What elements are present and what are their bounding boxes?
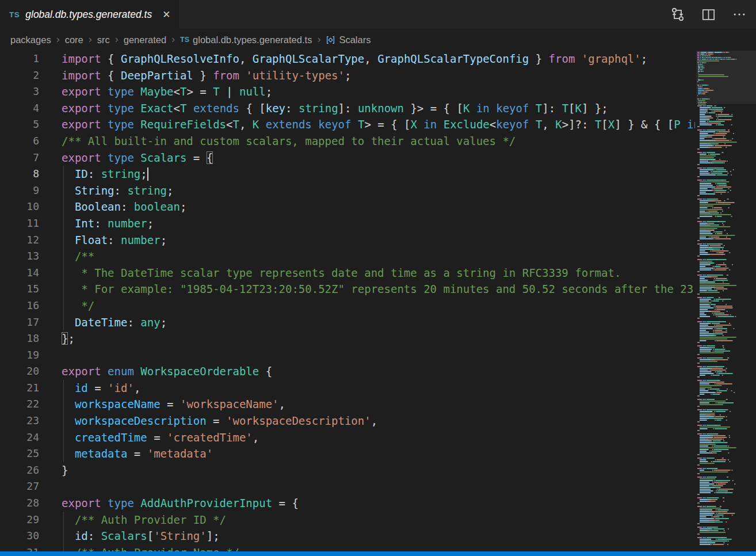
- line-number: 31: [0, 544, 39, 551]
- indent-guide: [63, 445, 64, 462]
- code-line[interactable]: DateTime: any;: [62, 314, 695, 331]
- breadcrumb-separator-icon: ›: [89, 34, 92, 44]
- code-line[interactable]: /** All built-in and custom scalars, map…: [62, 133, 695, 150]
- code-line[interactable]: import { DeepPartial } from 'utility-typ…: [62, 67, 695, 84]
- code-line[interactable]: id = 'id',: [62, 380, 695, 397]
- breadcrumb-item-global-db-types-generated-ts[interactable]: TSglobal.db.types.generated.ts: [180, 35, 312, 45]
- line-number: 11: [0, 215, 39, 232]
- line-number: 30: [0, 528, 39, 544]
- more-actions-button[interactable]: [732, 7, 747, 22]
- breadcrumb-item-generated[interactable]: generated: [124, 35, 166, 45]
- code-line[interactable]: String: string;: [62, 182, 695, 199]
- open-changes-icon: [670, 7, 685, 22]
- breadcrumb-separator-icon: ›: [317, 34, 320, 44]
- code-line[interactable]: */: [62, 298, 695, 314]
- breadcrumb-label: packages: [10, 35, 51, 45]
- line-number: 9: [0, 182, 39, 199]
- code-area[interactable]: import { GraphQLResolveInfo, GraphQLScal…: [62, 51, 695, 551]
- line-number: 2: [0, 67, 39, 84]
- line-number: 5: [0, 116, 39, 133]
- line-number: 12: [0, 232, 39, 249]
- indent-guide: [63, 380, 64, 397]
- code-line[interactable]: /** Auth Provider Name */: [62, 544, 695, 551]
- code-line[interactable]: workspaceName = 'workspaceName',: [62, 396, 695, 413]
- indent-guide: [63, 182, 64, 199]
- breadcrumb-item-packages[interactable]: packages: [10, 35, 51, 45]
- indent-guide: [63, 528, 64, 544]
- code-line[interactable]: /**: [62, 248, 695, 265]
- breadcrumb: packages›core›src›generated›TSglobal.db.…: [0, 29, 756, 51]
- code-line[interactable]: Float: number;: [62, 232, 695, 249]
- breadcrumb-separator-icon: ›: [115, 34, 119, 44]
- code-line[interactable]: createdTime = 'createdTime',: [62, 429, 695, 446]
- tab-global-db-types-generated-ts[interactable]: TS global.db.types.generated.ts ✕: [0, 0, 179, 29]
- line-number: 17: [0, 314, 39, 331]
- line-number: 29: [0, 512, 39, 528]
- line-number: 8: [0, 166, 39, 182]
- indent-guide: [63, 396, 64, 413]
- more-actions-icon: [732, 7, 747, 22]
- line-number: 23: [0, 413, 39, 429]
- typescript-file-icon: TS: [180, 36, 189, 44]
- code-line[interactable]: * For example: "1985-04-12T23:20:50.52Z"…: [62, 281, 695, 298]
- minimap-slider[interactable]: [696, 51, 756, 104]
- breadcrumb-label: core: [65, 35, 83, 45]
- code-line[interactable]: export type Maybe<T> = T | null;: [62, 83, 695, 100]
- code-line[interactable]: id: Scalars['String'];: [62, 528, 695, 544]
- gutter: 1234567891011121314151617181920212223242…: [0, 51, 39, 551]
- indent-guide: [63, 199, 64, 215]
- code-line[interactable]: export type RequireFields<T, K extends k…: [62, 116, 695, 133]
- code-line[interactable]: /** Auth Provider ID */: [62, 512, 695, 528]
- breadcrumb-item-src[interactable]: src: [97, 35, 110, 45]
- code-line[interactable]: workspaceDescription = 'workspaceDescrip…: [62, 413, 695, 429]
- open-changes-button[interactable]: [670, 7, 685, 22]
- line-number: 19: [0, 347, 39, 364]
- line-number: 3: [0, 83, 39, 100]
- vscode-editor-window: TS global.db.types.generated.ts ✕: [0, 0, 756, 556]
- code-line[interactable]: export enum WorkspaceOrderable {: [62, 363, 695, 380]
- text-cursor: [147, 167, 148, 181]
- breadcrumb-label: global.db.types.generated.ts: [193, 35, 312, 45]
- breadcrumb-item-scalars[interactable]: Scalars: [326, 35, 371, 45]
- indent-guide: [63, 314, 64, 331]
- status-bar: [0, 551, 756, 556]
- symbol-type-icon: [326, 35, 335, 45]
- indent-guide: [63, 215, 64, 232]
- code-line[interactable]: [62, 478, 695, 495]
- split-editor-button[interactable]: [701, 7, 716, 22]
- code-line[interactable]: * The DateTime scalar type represents da…: [62, 265, 695, 281]
- indent-guide: [63, 166, 64, 182]
- indent-guide: [63, 232, 64, 249]
- code-line[interactable]: export type AddAuthProviderInput = {: [62, 495, 695, 512]
- breadcrumb-item-core[interactable]: core: [65, 35, 83, 45]
- code-line[interactable]: ID: string;: [62, 166, 695, 182]
- code-line[interactable]: [62, 347, 695, 364]
- indent-guide: [63, 413, 64, 429]
- code-line[interactable]: Int: number;: [62, 215, 695, 232]
- code-line[interactable]: }: [62, 462, 695, 479]
- line-number: 6: [0, 133, 39, 150]
- code-line[interactable]: export type Scalars = {: [62, 150, 695, 166]
- line-number: 14: [0, 265, 39, 281]
- line-number: 27: [0, 478, 39, 495]
- breadcrumb-separator-icon: ›: [56, 34, 60, 44]
- line-number: 28: [0, 495, 39, 512]
- line-number: 18: [0, 330, 39, 347]
- close-tab-icon[interactable]: ✕: [162, 10, 170, 20]
- line-number: 26: [0, 462, 39, 479]
- minimap[interactable]: [696, 51, 750, 550]
- code-line[interactable]: Boolean: boolean;: [62, 199, 695, 215]
- breadcrumb-separator-icon: ›: [171, 34, 175, 44]
- line-number: 4: [0, 100, 39, 117]
- code-line[interactable]: metadata = 'metadata': [62, 445, 695, 462]
- indent-guide: [63, 281, 64, 298]
- indent-guide: [63, 512, 64, 528]
- code-line[interactable]: };: [62, 330, 695, 347]
- line-number: 22: [0, 396, 39, 413]
- line-number: 13: [0, 248, 39, 265]
- breadcrumb-label: src: [97, 35, 110, 45]
- line-number: 20: [0, 363, 39, 380]
- code-line[interactable]: import { GraphQLResolveInfo, GraphQLScal…: [62, 51, 695, 67]
- code-line[interactable]: export type Exact<T extends { [key: stri…: [62, 100, 695, 117]
- typescript-file-icon: TS: [9, 10, 20, 19]
